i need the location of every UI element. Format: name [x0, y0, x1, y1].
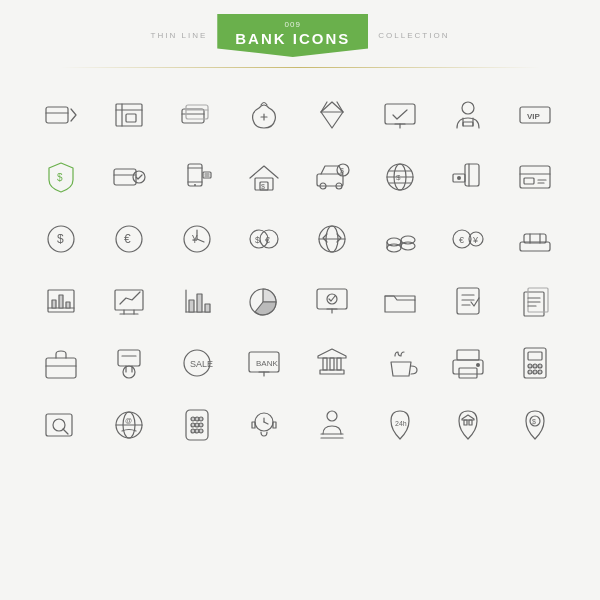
icon-key-card[interactable] — [437, 148, 499, 206]
svg-point-158 — [191, 423, 195, 427]
svg-rect-93 — [66, 302, 70, 308]
svg-text:24h: 24h — [395, 420, 407, 427]
svg-text:€: € — [124, 232, 131, 246]
icon-location-pin[interactable]: $ — [504, 396, 566, 454]
icon-atm-card[interactable] — [504, 148, 566, 206]
svg-rect-54 — [520, 166, 550, 188]
svg-point-142 — [533, 364, 537, 368]
icon-diamond[interactable] — [301, 86, 363, 144]
svg-point-157 — [199, 417, 203, 421]
svg-point-155 — [191, 417, 195, 421]
svg-rect-137 — [459, 368, 477, 378]
header-sub: THIN LINE 009 BANK ICONS COLLECTION — [151, 14, 450, 57]
svg-text:@: @ — [125, 417, 132, 424]
svg-point-53 — [457, 176, 461, 180]
svg-point-145 — [533, 370, 537, 374]
icon-monitor-cert[interactable] — [301, 272, 363, 330]
svg-rect-172 — [464, 420, 467, 425]
icon-column-chart[interactable] — [166, 272, 228, 330]
svg-text:$: $ — [396, 173, 401, 182]
icon-globe-exchange[interactable] — [301, 210, 363, 268]
banner-title: BANK ICONS — [235, 30, 350, 47]
svg-rect-50 — [465, 164, 479, 186]
icon-monitor-check[interactable] — [369, 86, 431, 144]
svg-rect-100 — [189, 300, 194, 312]
header-divider — [60, 67, 540, 68]
icon-briefcase[interactable] — [30, 334, 92, 392]
svg-rect-22 — [463, 122, 473, 126]
svg-text:¥: ¥ — [191, 234, 198, 245]
icon-house-payment[interactable]: $ — [233, 148, 295, 206]
icon-folder-open[interactable] — [369, 272, 431, 330]
header: THIN LINE 009 BANK ICONS COLLECTION — [0, 0, 600, 82]
green-banner: 009 BANK ICONS — [217, 14, 368, 57]
svg-line-166 — [264, 422, 268, 424]
icon-sale-badge[interactable]: SALE — [166, 334, 228, 392]
icon-globe-email[interactable]: @ — [98, 396, 160, 454]
icon-dollar-circle[interactable]: $ — [30, 210, 92, 268]
svg-rect-6 — [182, 109, 204, 123]
icon-banker-person[interactable] — [301, 396, 363, 454]
icon-location-bank[interactable] — [437, 396, 499, 454]
svg-rect-147 — [46, 414, 72, 436]
banner-number: 009 — [285, 20, 301, 29]
icon-coffee-cup[interactable] — [369, 334, 431, 392]
svg-point-32 — [194, 184, 196, 186]
svg-rect-101 — [197, 294, 202, 312]
svg-point-167 — [327, 411, 337, 421]
svg-text:BANK: BANK — [256, 359, 278, 368]
icon-printer[interactable] — [437, 334, 499, 392]
icon-chart-board[interactable] — [98, 272, 160, 330]
svg-rect-33 — [203, 172, 211, 178]
icon-vip-card[interactable]: VIP — [504, 86, 566, 144]
icon-credit-card-swipe[interactable] — [30, 86, 92, 144]
svg-text:€: € — [459, 235, 464, 245]
icon-award-card[interactable] — [98, 334, 160, 392]
svg-rect-173 — [469, 420, 472, 425]
svg-point-120 — [123, 366, 135, 378]
icons-grid: VIP $ $ $ $ — [20, 82, 580, 458]
thin-line-label: THIN LINE — [151, 31, 208, 40]
icon-euro-circle[interactable]: € — [98, 210, 160, 268]
icon-card-protection[interactable] — [98, 148, 160, 206]
icon-dollar-coins[interactable] — [369, 210, 431, 268]
icon-car-coin[interactable]: $ — [301, 148, 363, 206]
svg-rect-117 — [46, 358, 76, 378]
svg-point-138 — [476, 363, 480, 367]
svg-text:¥: ¥ — [472, 235, 479, 245]
icon-globe-dollar[interactable]: $ — [369, 148, 431, 206]
svg-text:VIP: VIP — [527, 112, 541, 121]
icon-coins-exchange[interactable]: $€ — [233, 210, 295, 268]
icon-document-stack[interactable] — [504, 272, 566, 330]
svg-line-65 — [197, 239, 204, 242]
icon-pie-chart[interactable] — [233, 272, 295, 330]
icon-bank-building[interactable] — [301, 334, 363, 392]
icon-coin-bag[interactable] — [233, 86, 295, 144]
icon-phone-keypad[interactable] — [166, 396, 228, 454]
icon-mobile-payment[interactable] — [166, 148, 228, 206]
icon-headset-clock[interactable] — [233, 396, 295, 454]
icon-location-24h[interactable]: 24h — [369, 396, 431, 454]
svg-point-159 — [195, 423, 199, 427]
svg-marker-171 — [462, 415, 474, 420]
svg-rect-134 — [337, 358, 341, 370]
icon-calculator[interactable] — [504, 334, 566, 392]
icon-gold-bars[interactable] — [504, 210, 566, 268]
icon-bar-chart[interactable] — [30, 272, 92, 330]
svg-point-19 — [462, 102, 474, 114]
svg-text:$: $ — [57, 232, 64, 246]
icon-search-magnify[interactable] — [30, 396, 92, 454]
svg-text:$: $ — [340, 167, 344, 174]
icon-checklist[interactable] — [437, 272, 499, 330]
icon-shield-dollar[interactable]: $ — [30, 148, 92, 206]
icon-cash-register[interactable] — [98, 86, 160, 144]
svg-text:$: $ — [57, 172, 63, 183]
icon-yen-clock[interactable]: ¥ — [166, 210, 228, 268]
svg-point-163 — [199, 429, 203, 433]
icon-credit-cards[interactable] — [166, 86, 228, 144]
svg-point-160 — [199, 423, 203, 427]
icon-banker[interactable] — [437, 86, 499, 144]
icon-monitor-bank[interactable]: BANK — [233, 334, 295, 392]
icon-euro-yen[interactable]: €¥ — [437, 210, 499, 268]
svg-rect-102 — [205, 304, 210, 312]
